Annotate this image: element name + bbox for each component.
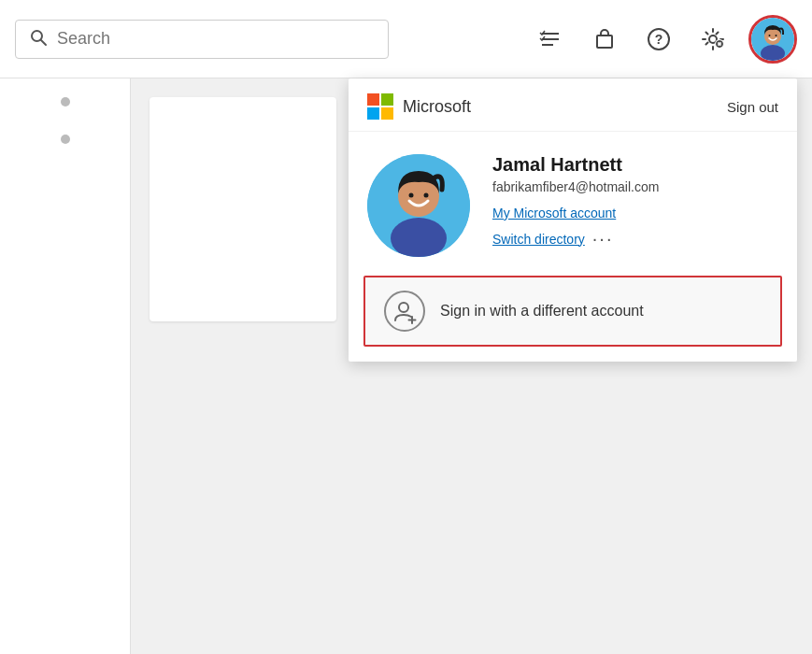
marketplace-icon-button[interactable]	[586, 21, 623, 58]
main-content: Microsoft Sign out	[0, 78, 812, 654]
svg-point-17	[391, 218, 447, 257]
svg-rect-5	[597, 36, 612, 48]
microsoft-grid-logo	[367, 93, 393, 120]
microsoft-label: Microsoft	[403, 97, 471, 117]
header-icons: ?	[532, 15, 797, 64]
svg-text:?: ?	[655, 32, 663, 47]
user-email: fabrikamfiber4@hotmail.com	[492, 179, 778, 194]
user-name: Jamal Hartnett	[492, 154, 778, 176]
user-avatar-button[interactable]	[748, 15, 797, 64]
user-avatar-large	[367, 154, 470, 257]
ms-yellow-cell	[381, 107, 393, 120]
dropdown-body: Jamal Hartnett fabrikamfiber4@hotmail.co…	[349, 132, 797, 276]
svg-point-20	[424, 193, 429, 198]
svg-point-21	[399, 303, 408, 312]
ms-green-cell	[381, 93, 393, 106]
ms-blue-cell	[367, 107, 379, 120]
help-icon-button[interactable]: ?	[640, 21, 677, 58]
switch-row: Switch directory ···	[492, 228, 778, 249]
search-input[interactable]	[57, 29, 375, 49]
sidebar-dot-1	[61, 97, 70, 107]
settings-icon-button[interactable]	[694, 21, 732, 58]
tasks-icon-button[interactable]	[532, 21, 569, 58]
user-dropdown-panel: Microsoft Sign out	[349, 78, 797, 362]
more-options-button[interactable]: ···	[592, 228, 614, 249]
sign-out-button[interactable]: Sign out	[727, 99, 778, 115]
sidebar-dot-2	[61, 135, 70, 144]
search-box[interactable]	[15, 20, 389, 59]
header-bar: ?	[0, 0, 812, 78]
svg-point-14	[769, 35, 771, 36]
avatar	[751, 18, 794, 61]
ms-red-cell	[367, 93, 379, 106]
sign-in-different-text: Sign in with a different account	[440, 303, 644, 320]
dropdown-header: Microsoft Sign out	[349, 78, 797, 132]
user-info: Jamal Hartnett fabrikamfiber4@hotmail.co…	[492, 154, 778, 249]
microsoft-logo: Microsoft	[367, 93, 471, 120]
search-icon	[29, 28, 48, 50]
sign-in-different-button[interactable]: Sign in with a different account	[363, 276, 782, 347]
sidebar	[0, 78, 131, 654]
my-account-link[interactable]: My Microsoft account	[492, 206, 778, 220]
svg-point-19	[409, 193, 414, 198]
dropdown-footer: Sign in with a different account	[349, 276, 797, 362]
add-account-icon	[384, 291, 425, 332]
content-card	[150, 97, 336, 321]
svg-point-15	[776, 35, 777, 36]
svg-line-1	[41, 40, 46, 45]
switch-directory-link[interactable]: Switch directory	[492, 232, 585, 247]
